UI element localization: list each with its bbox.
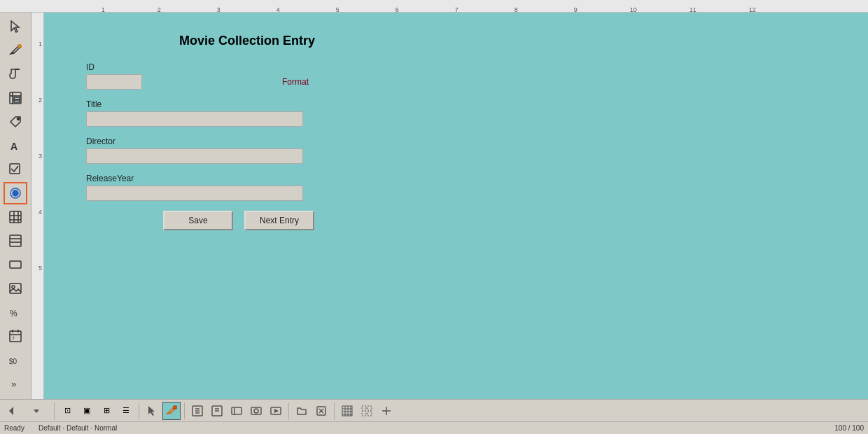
zoom-dropdown[interactable] (22, 402, 50, 420)
text-icon[interactable]: A (4, 134, 27, 157)
director-label: Director (86, 136, 576, 146)
list-icon[interactable] (4, 230, 27, 252)
page-first-icon[interactable]: ⊡ (58, 402, 76, 420)
expand-icon[interactable]: » (4, 372, 27, 395)
image-icon[interactable] (4, 277, 27, 300)
status-left: Ready (4, 424, 24, 432)
pencil-icon[interactable] (4, 39, 27, 62)
svg-marker-48 (274, 409, 279, 413)
svg-marker-32 (9, 407, 13, 415)
calendar-icon[interactable]: 7 (4, 325, 27, 347)
grid-icon[interactable] (4, 206, 27, 228)
svg-rect-35 (174, 406, 176, 409)
svg-rect-7 (14, 100, 20, 102)
status-right: 100 / 100 (834, 424, 864, 432)
title-input[interactable] (86, 111, 303, 127)
svg-rect-22 (10, 284, 21, 293)
svg-marker-34 (148, 406, 155, 416)
svg-point-12 (13, 190, 18, 196)
left-toolbar: A % 7 $0 » (0, 13, 31, 399)
svg-rect-13 (10, 211, 21, 223)
director-field-group: Director (86, 136, 576, 164)
canvas-area: Movie Collection Entry ID Format Title D… (44, 13, 868, 399)
svg-rect-43 (232, 407, 241, 414)
svg-rect-21 (10, 261, 21, 268)
svg-rect-6 (14, 97, 20, 99)
svg-text:%: % (10, 309, 18, 318)
tag-icon[interactable] (4, 111, 27, 133)
svg-rect-62 (368, 412, 372, 416)
wizard-icon[interactable] (188, 402, 206, 420)
title-label: Title (86, 99, 576, 109)
brush-icon[interactable] (4, 63, 27, 85)
taborder-icon[interactable] (227, 402, 246, 420)
id-input[interactable] (86, 74, 142, 90)
svg-rect-59 (362, 406, 366, 410)
frame-icon[interactable] (4, 253, 27, 276)
releaseyear-label: ReleaseYear (86, 174, 576, 183)
format-label: Format (282, 77, 309, 87)
preview-icon[interactable] (247, 402, 265, 420)
status-bar: Ready Default · Default · Normal 100 / 1… (0, 421, 868, 434)
id-label: ID (86, 62, 576, 72)
page-report-icon[interactable]: ☰ (117, 402, 135, 420)
svg-text:$0: $0 (9, 358, 18, 365)
svg-marker-33 (34, 410, 39, 413)
run-icon[interactable] (267, 402, 285, 420)
svg-rect-61 (362, 412, 366, 416)
page-layout-icon[interactable]: ▣ (78, 402, 96, 420)
releaseyear-field-group: ReleaseYear (86, 174, 576, 201)
svg-point-8 (18, 118, 20, 120)
svg-rect-18 (10, 235, 21, 246)
add-grid-icon[interactable] (377, 402, 396, 420)
grid-visible-icon[interactable] (338, 402, 356, 420)
close-doc-icon[interactable] (312, 402, 330, 420)
datasource-icon[interactable] (208, 402, 226, 420)
svg-point-46 (254, 409, 258, 413)
buttons-row: Save Next Entry (163, 211, 576, 230)
open-icon[interactable] (293, 402, 311, 420)
releaseyear-input[interactable] (86, 186, 303, 201)
top-ruler: 1 2 3 4 5 6 7 8 9 10 11 12 (0, 0, 868, 13)
form-title: Movie Collection Entry (72, 34, 422, 48)
svg-text:A: A (10, 141, 18, 152)
currency-icon[interactable]: $0 (4, 349, 27, 371)
id-field-group: ID (86, 62, 576, 90)
checkbox-icon[interactable] (4, 158, 27, 181)
snap-grid-icon[interactable] (358, 402, 376, 420)
nav-left-icon[interactable] (3, 402, 21, 420)
svg-text:7: 7 (12, 336, 15, 341)
next-entry-button[interactable]: Next Entry (244, 211, 314, 230)
svg-rect-60 (368, 406, 372, 410)
cursor-icon[interactable] (143, 402, 161, 420)
director-input[interactable] (86, 148, 303, 164)
percent-icon[interactable]: % (4, 301, 27, 323)
left-ruler: 1 2 3 4 5 (31, 13, 44, 399)
save-button[interactable]: Save (163, 211, 233, 230)
main-area: A % 7 $0 » 1 (0, 13, 868, 399)
page-normal-icon[interactable]: ⊞ (97, 402, 115, 420)
form-design-icon[interactable] (162, 402, 181, 420)
title-field-group: Title (86, 99, 576, 127)
select-icon[interactable] (4, 15, 27, 38)
bottom-toolbar: ⊡ ▣ ⊞ ☰ (0, 399, 868, 421)
form-container: Movie Collection Entry ID Format Title D… (86, 34, 576, 230)
svg-text:»: » (11, 379, 16, 389)
status-middle: Default · Default · Normal (38, 424, 117, 432)
svg-rect-1 (18, 45, 21, 48)
radiobutton-icon[interactable] (4, 182, 27, 204)
form-icon[interactable] (4, 87, 27, 109)
